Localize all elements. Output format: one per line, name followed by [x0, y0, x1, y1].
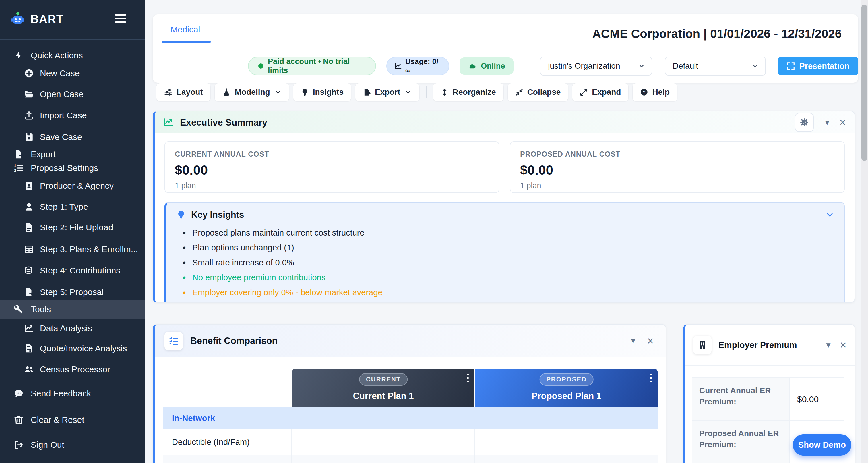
- sidebar-item-send-feedback[interactable]: Send Feedback: [0, 384, 145, 403]
- plan-name: Proposed Plan 1: [475, 391, 658, 401]
- cost-card-label: CURRENT ANNUAL COST: [175, 150, 489, 158]
- scrollbar-thumb[interactable]: [861, 5, 867, 161]
- plan-menu-icon[interactable]: [467, 374, 469, 382]
- case-title: ACME Corporation | 01/01/2026 - 12/31/20…: [592, 27, 842, 41]
- collapse-panel-icon[interactable]: ▼: [629, 336, 637, 345]
- app-title: BART: [30, 12, 63, 26]
- collapse-panel-icon[interactable]: ▼: [824, 118, 831, 127]
- insight-item: •Small rate increase of 0.0%: [183, 255, 834, 270]
- sidebar-item-step3-plans-enrollment[interactable]: Step 3: Plans & Enrollm...: [0, 240, 145, 259]
- sidebar-item-save-case[interactable]: Save Case: [0, 128, 145, 146]
- flask-icon: [222, 88, 231, 96]
- show-demo-button[interactable]: Show Demo: [793, 434, 851, 456]
- sidebar-item-step2-file-upload[interactable]: Step 2: File Upload: [0, 218, 145, 237]
- sidebar-item-step5-proposal[interactable]: Step 5: Proposal: [0, 283, 145, 301]
- sidebar-item-quick-actions[interactable]: Quick Actions: [0, 46, 145, 65]
- close-panel-icon[interactable]: ×: [840, 340, 846, 350]
- collapse-panel-icon[interactable]: ▼: [825, 341, 832, 350]
- layout-label: Layout: [177, 88, 203, 97]
- organization-select[interactable]: justin's Organization: [540, 57, 652, 76]
- sidebar-item-label: New Case: [40, 68, 80, 78]
- sidebar-item-sign-out[interactable]: Sign Out: [0, 436, 145, 454]
- view-select[interactable]: Default: [665, 57, 766, 76]
- presentation-button[interactable]: Presentation: [778, 57, 858, 75]
- save-icon: [24, 132, 34, 142]
- help-button[interactable]: ? Help: [632, 83, 677, 101]
- usage-badge[interactable]: Usage: 0/∞: [386, 57, 450, 75]
- sidebar-item-quote-invoice-analysis[interactable]: Quote/Invoice Analysis: [0, 339, 145, 357]
- panel-title: Executive Summary: [180, 117, 267, 128]
- sidebar-item-step4-contributions[interactable]: Step 4: Contributions: [0, 261, 145, 280]
- sidebar-item-label: Send Feedback: [31, 388, 91, 398]
- chevron-down-icon: [751, 62, 759, 70]
- close-panel-icon[interactable]: ×: [840, 117, 846, 128]
- sidebar-header: BART: [0, 0, 145, 40]
- checklist-icon-box: [164, 332, 183, 350]
- sidebar-item-proposal-settings[interactable]: 12 Proposal Settings: [0, 159, 145, 177]
- insights-button[interactable]: Insights: [293, 83, 351, 101]
- collapse-button[interactable]: Collapse: [508, 83, 568, 101]
- sidebar-item-label: Data Analysis: [40, 323, 92, 333]
- lightbulb-icon: [301, 88, 309, 96]
- section-row-in-network: In-Network: [163, 407, 658, 429]
- tab-medical[interactable]: Medical: [170, 25, 200, 34]
- sidebar-divider: [0, 380, 145, 380]
- green-dot-icon: [258, 63, 263, 69]
- export-button[interactable]: Export: [355, 83, 420, 101]
- sidebar-item-new-case[interactable]: New Case: [0, 64, 145, 82]
- row-label: Proposed Annual ER Premium:: [692, 421, 789, 463]
- collapse-label: Collapse: [527, 88, 561, 97]
- hamburger-menu-icon[interactable]: [115, 14, 126, 23]
- sidebar-item-data-analysis[interactable]: Data Analysis: [0, 319, 145, 338]
- plan-menu-icon[interactable]: [650, 374, 652, 382]
- plan-name: Current Plan 1: [292, 391, 474, 401]
- file-export-icon: [363, 88, 371, 96]
- sidebar-item-producer-agency[interactable]: Producer & Agency: [0, 177, 145, 195]
- checklist-icon: [169, 336, 179, 346]
- scrollbar-track[interactable]: [861, 0, 868, 463]
- sidebar-item-import-case[interactable]: Import Case: [0, 106, 145, 125]
- expand-button[interactable]: Expand: [572, 83, 628, 101]
- modeling-button[interactable]: Modeling: [215, 83, 289, 101]
- tab-active-underline: [162, 41, 211, 43]
- trash-icon: [14, 415, 24, 425]
- cost-card-label: PROPOSED ANNUAL COST: [520, 150, 834, 158]
- insights-label: Insights: [313, 88, 344, 97]
- executive-summary-body: CURRENT ANNUAL COST $0.00 1 plan PROPOSE…: [155, 133, 855, 303]
- sidebar-item-label: Quick Actions: [31, 51, 83, 60]
- plus-circle-icon: [24, 68, 34, 78]
- chevron-down-icon[interactable]: [825, 210, 834, 220]
- sidebar-item-step1-type[interactable]: Step 1: Type: [0, 198, 145, 216]
- cost-card-sub: 1 plan: [175, 181, 489, 190]
- lightbulb-icon: [176, 210, 186, 220]
- settings-button[interactable]: [795, 113, 814, 132]
- modeling-label: Modeling: [235, 88, 270, 97]
- wrench-icon: [14, 305, 24, 314]
- layout-button[interactable]: Layout: [156, 83, 210, 101]
- svg-text:?: ?: [643, 90, 646, 94]
- close-panel-icon[interactable]: ×: [647, 336, 654, 346]
- employer-premium-header: Employer Premium ▼ ×: [685, 324, 855, 366]
- executive-summary-panel: Executive Summary ▼ × CURRENT ANNUAL COS…: [153, 111, 855, 303]
- panel-title: Employer Premium: [718, 340, 797, 350]
- svg-text:2: 2: [14, 168, 16, 173]
- view-select-value: Default: [673, 61, 699, 71]
- expand-arrows-icon: [580, 88, 588, 96]
- chevron-down-icon: [404, 88, 412, 96]
- sidebar-item-tools[interactable]: Tools: [0, 300, 145, 319]
- sidebar-item-open-case[interactable]: Open Case: [0, 85, 145, 104]
- usage-label: Usage: 0/∞: [405, 57, 441, 75]
- sliders-icon: [164, 88, 173, 96]
- sidebar-item-census-processor[interactable]: Census Processor: [0, 360, 145, 379]
- reorganize-label: Reorganize: [453, 88, 496, 97]
- reorganize-button[interactable]: Reorganize: [433, 83, 503, 101]
- app-root: BART Quick Actions New Case Open Case Im…: [0, 0, 868, 463]
- sidebar-item-clear-reset[interactable]: Clear & Reset: [0, 411, 145, 429]
- building-icon-box: [693, 336, 712, 354]
- benefit-row-label: Deductible (Ind/Fam): [163, 429, 291, 455]
- comment-icon: [14, 388, 24, 398]
- key-insights-list: •Proposed plans maintain current cost st…: [183, 225, 834, 303]
- paid-account-label: Paid account • No trial limits: [268, 57, 366, 75]
- expand-label: Expand: [592, 88, 621, 97]
- toolbar-separator: [426, 86, 427, 98]
